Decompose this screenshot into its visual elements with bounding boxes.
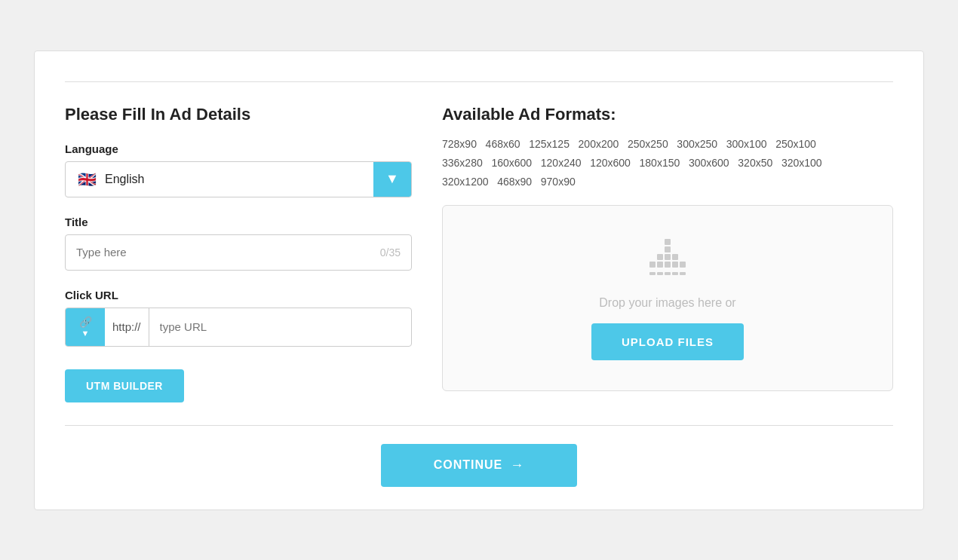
title-input[interactable] xyxy=(76,246,380,259)
flag-icon: 🇬🇧 xyxy=(76,172,97,187)
right-panel: Available Ad Formats: 728x90 468x60 125x… xyxy=(442,105,893,402)
formats-title: Available Ad Formats: xyxy=(442,105,893,124)
click-url-label: Click URL xyxy=(65,289,412,301)
continue-label: CONTINUE xyxy=(434,458,503,472)
url-input[interactable] xyxy=(149,320,411,333)
svg-rect-3 xyxy=(657,254,663,260)
svg-rect-11 xyxy=(657,272,663,275)
svg-rect-2 xyxy=(665,254,671,260)
language-field-group: Language 🇬🇧 English ▼ xyxy=(65,142,412,197)
url-protocol-button[interactable]: 🔗 ▼ xyxy=(66,308,105,346)
char-count: 0/35 xyxy=(380,246,401,259)
svg-rect-7 xyxy=(657,262,663,268)
title-input-wrap: 0/35 xyxy=(65,234,412,271)
svg-rect-4 xyxy=(672,254,678,260)
language-label: Language xyxy=(65,142,412,155)
upload-zone: Drop your images here or UPLOAD FILES xyxy=(442,205,893,391)
chevron-down-icon: ▼ xyxy=(81,329,90,338)
format-item: 336x280 160x600 120x240 120x600 180x150 … xyxy=(442,157,822,169)
formats-list: 728x90 468x60 125x125 200x200 250x250 30… xyxy=(442,135,893,192)
bottom-bar: CONTINUE → xyxy=(65,444,893,487)
continue-button[interactable]: CONTINUE → xyxy=(381,444,578,487)
utm-builder-button[interactable]: UTM BUILDER xyxy=(65,369,184,402)
http-prefix: http:// xyxy=(105,308,149,346)
top-divider xyxy=(65,81,893,82)
upload-files-button[interactable]: UPLOAD FILES xyxy=(591,323,744,360)
title-field-group: Title 0/35 xyxy=(65,216,412,271)
link-icon: 🔗 xyxy=(79,317,92,327)
svg-rect-8 xyxy=(672,262,678,268)
language-chevron-button[interactable]: ▼ xyxy=(373,162,411,197)
svg-rect-12 xyxy=(665,272,671,275)
svg-rect-14 xyxy=(680,272,686,275)
language-left: 🇬🇧 English xyxy=(66,172,373,187)
svg-rect-0 xyxy=(665,239,671,245)
upload-icon xyxy=(645,236,690,284)
svg-rect-6 xyxy=(680,262,686,268)
svg-rect-1 xyxy=(665,246,671,252)
svg-rect-5 xyxy=(649,262,656,268)
svg-rect-13 xyxy=(672,272,678,275)
title-label: Title xyxy=(65,216,412,228)
main-card: Please Fill In Ad Details Language 🇬🇧 En… xyxy=(34,50,924,510)
url-input-wrap: 🔗 ▼ http:// xyxy=(65,308,412,347)
content-area: Please Fill In Ad Details Language 🇬🇧 En… xyxy=(65,105,893,402)
language-dropdown[interactable]: 🇬🇧 English ▼ xyxy=(65,161,412,197)
left-section-title: Please Fill In Ad Details xyxy=(65,105,412,124)
arrow-right-icon: → xyxy=(510,457,524,473)
svg-rect-10 xyxy=(649,272,656,275)
svg-rect-9 xyxy=(665,262,671,268)
format-item: 728x90 468x60 125x125 200x200 250x250 30… xyxy=(442,138,816,150)
format-item: 320x1200 468x90 970x90 xyxy=(442,176,576,188)
click-url-field-group: Click URL 🔗 ▼ http:// xyxy=(65,289,412,347)
drop-text: Drop your images here or xyxy=(599,296,735,310)
bottom-divider xyxy=(65,425,893,426)
language-value: English xyxy=(105,173,144,186)
left-panel: Please Fill In Ad Details Language 🇬🇧 En… xyxy=(65,105,412,402)
chevron-down-icon: ▼ xyxy=(385,171,399,187)
